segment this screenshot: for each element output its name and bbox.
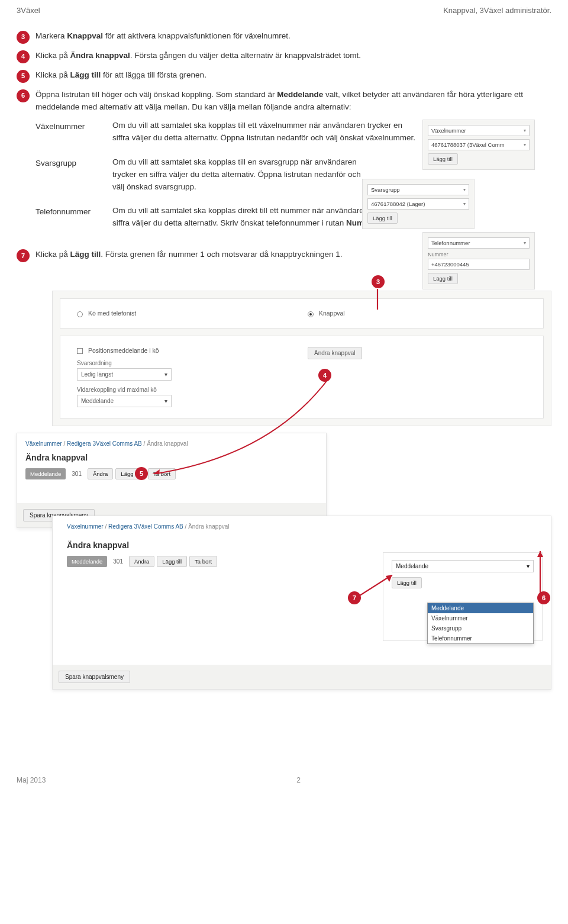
caret-icon: ▾	[164, 371, 167, 378]
caret-icon: ▾	[527, 563, 530, 569]
caret-icon: ▾	[164, 398, 167, 404]
step-6: 6 Öppna listrutan till höger och välj ön…	[17, 89, 551, 114]
mini-select-type[interactable]: Växelnummer▾	[428, 125, 530, 136]
radio-icon	[77, 311, 83, 317]
mini-panel-svarsgrupp: Svarsgrupp▾ 46761788042 (Lager)▾ Lägg ti…	[362, 179, 475, 229]
radio-ko[interactable]: Kö med telefonist	[71, 307, 302, 319]
mini-panel-vaxelnummer: Växelnummer▾ 46761788037 (3Växel Comm▾ L…	[422, 120, 535, 170]
checkbox-position[interactable]: Positionsmeddelande i kö	[77, 347, 296, 354]
crumb-redigera[interactable]: Redigera 3Växel Comms AB	[67, 440, 142, 447]
step-4: 4 Klicka på Ändra knappval. Första gånge…	[17, 50, 551, 63]
radio-card: Kö med telefonist Knappval	[60, 298, 544, 328]
add-panel: Meddelande▾ Lägg till Meddelande Växelnu…	[383, 552, 543, 641]
label-vidare: Vidarekoppling vid maximal kö	[77, 387, 296, 393]
mini-select-value[interactable]: 46761788042 (Lager)▾	[367, 198, 469, 210]
mini-add-button[interactable]: Lägg till	[428, 153, 458, 165]
marker-3: 3	[372, 275, 385, 288]
crumb-vaxelnummer[interactable]: Växelnummer	[25, 440, 62, 447]
breadcrumb: Växelnummer / Redigera 3Växel Comms AB /…	[25, 440, 318, 447]
caret-icon: ▾	[463, 187, 466, 192]
pill-row: Meddelande 301 Ändra Lägg till Ta bort	[25, 468, 318, 479]
spara-button[interactable]: Spara knappvalsmeny	[59, 671, 130, 683]
dropdown-open[interactable]: Meddelande Växelnummer Svarsgrupp Telefo…	[427, 603, 534, 644]
footer-date: Maj 2013	[17, 776, 46, 784]
header-right: Knappval, 3Växel administratör.	[443, 6, 551, 15]
footer: Maj 2013 2	[17, 776, 551, 784]
step-text: Öppna listrutan till höger och välj önsk…	[36, 89, 551, 114]
panel-top: Kö med telefonist Knappval Positionsmedd…	[52, 291, 551, 426]
panel-title: Ändra knappval	[61, 540, 373, 550]
ta-bort-button[interactable]: Ta bort	[148, 468, 176, 479]
step-badge: 5	[17, 70, 30, 83]
caret-icon: ▾	[463, 201, 466, 207]
mini-select-value[interactable]: 46761788037 (3Växel Comm▾	[428, 139, 530, 150]
step-badge: 4	[17, 50, 30, 63]
andra-button[interactable]: Ändra	[129, 556, 154, 567]
footer-page: 2	[296, 776, 301, 784]
ta-bort-button[interactable]: Ta bort	[189, 556, 217, 567]
step-5: 5 Klicka på Lägg till för att lägga till…	[17, 69, 551, 83]
def-label: Växelnummer	[36, 120, 112, 144]
mini-select-type[interactable]: Svarsgrupp▾	[367, 184, 469, 195]
step-text: Klicka på Lägg till för att lägga till f…	[36, 69, 551, 82]
select-vidare[interactable]: Meddelande▾	[77, 395, 172, 407]
step-badge: 6	[17, 89, 30, 102]
def-desc: Om du vill att samtalet ska kopplas dire…	[112, 205, 551, 230]
crumb-vaxelnummer[interactable]: Växelnummer	[67, 523, 104, 530]
header-left: 3Växel	[17, 6, 40, 15]
panel-title: Ändra knappval	[25, 453, 318, 462]
pill-meddelande: Meddelande	[67, 556, 107, 567]
step-text: Markera Knappval för att aktivera knappv…	[36, 30, 551, 43]
dd-option-telefonnummer[interactable]: Telefonnummer	[428, 633, 533, 643]
radio-icon	[308, 311, 314, 317]
form-card: Positionsmeddelande i kö Svarsordning Le…	[60, 336, 544, 418]
def-label: Svarsgrupp	[36, 156, 112, 194]
crumb-redigera[interactable]: Redigera 3Växel Comms AB	[108, 523, 183, 530]
checkbox-icon	[77, 348, 83, 354]
pill-number: 301	[109, 558, 127, 565]
caret-icon: ▾	[524, 142, 526, 147]
save-bar: Spara knappvalsmeny	[53, 665, 551, 689]
step-text: Klicka på Ändra knappval. Första gången …	[36, 50, 551, 62]
breadcrumb: Växelnummer / Redigera 3Växel Comms AB /…	[61, 523, 543, 530]
panel-andra-b: Växelnummer / Redigera 3Växel Comms AB /…	[52, 516, 551, 690]
caret-icon: ▾	[524, 240, 526, 246]
mini-select-type[interactable]: Telefonnummer▾	[428, 237, 530, 249]
dd-option-meddelande[interactable]: Meddelande	[428, 603, 533, 613]
mini-add-button[interactable]: Lägg till	[367, 213, 398, 224]
pill-meddelande: Meddelande	[25, 468, 66, 479]
def-label: Telefonnummer	[36, 205, 112, 230]
screenshot-area: 3 Kö med telefonist Knappval Po	[17, 279, 551, 758]
pill-row: Meddelande 301 Ändra Lägg till Ta bort	[61, 556, 373, 567]
step-badge: 3	[17, 31, 30, 44]
andra-button[interactable]: Ändra	[88, 468, 113, 479]
crumb-current: Ändra knappval	[188, 523, 230, 530]
caret-icon: ▾	[524, 128, 526, 133]
crumb-current: Ändra knappval	[147, 440, 188, 447]
select-svarsordning[interactable]: Ledig längst▾	[77, 368, 172, 381]
select-koppling[interactable]: Meddelande▾	[392, 560, 534, 572]
lagg-till-button-2[interactable]: Lägg till	[392, 577, 422, 588]
step-3: 3 Markera Knappval för att aktivera knap…	[17, 30, 551, 44]
label-svarsordning: Svarsordning	[77, 360, 296, 366]
andra-knappval-button[interactable]: Ändra knappval	[308, 347, 362, 359]
panel-andra-a: Växelnummer / Redigera 3Växel Comms AB /…	[17, 433, 327, 528]
page-header: 3Växel Knappval, 3Växel administratör.	[17, 0, 551, 30]
radio-knappval[interactable]: Knappval	[302, 307, 532, 319]
mini-field-label: Nummer	[428, 252, 530, 257]
dd-option-vaxelnummer[interactable]: Växelnummer	[428, 613, 533, 623]
lagg-till-button[interactable]: Lägg till	[157, 556, 187, 567]
dd-option-svarsgrupp[interactable]: Svarsgrupp	[428, 623, 533, 633]
step-badge: 7	[17, 249, 30, 262]
mini-number-input[interactable]: +46723000445	[428, 259, 530, 270]
pill-number: 301	[68, 471, 85, 477]
